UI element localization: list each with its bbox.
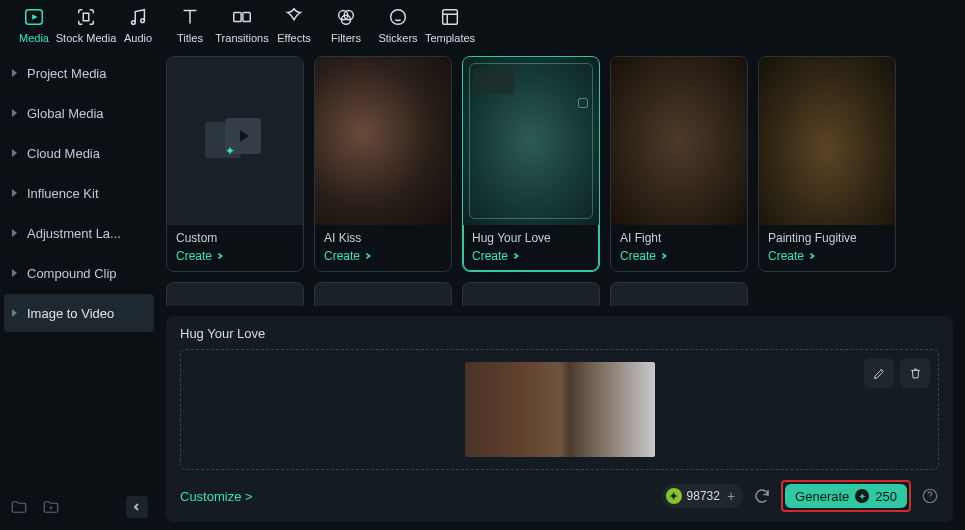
sidebar-item-label: Cloud Media: [27, 146, 100, 161]
svg-point-1: [132, 21, 136, 25]
media-icon: [23, 6, 45, 28]
card-thumbnail: [463, 57, 599, 225]
content-area: ✦ Custom Create AI Kiss Create: [160, 48, 965, 530]
sidebar-item-project-media[interactable]: Project Media: [4, 54, 154, 92]
card-ai-kiss[interactable]: AI Kiss Create: [314, 56, 452, 272]
effects-icon: [283, 6, 305, 28]
card-title: Custom: [176, 231, 294, 245]
sidebar-item-label: Compound Clip: [27, 266, 117, 281]
sidebar-item-influence-kit[interactable]: Influence Kit: [4, 174, 154, 212]
tab-label: Transitions: [215, 32, 268, 44]
card-partial[interactable]: [314, 282, 452, 306]
sidebar-item-global-media[interactable]: Global Media: [4, 94, 154, 132]
generate-button[interactable]: Generate ✦ 250: [785, 484, 907, 508]
card-create-link[interactable]: Create: [768, 249, 886, 263]
generate-highlight: Generate ✦ 250: [781, 480, 911, 512]
card-thumbnail: [611, 57, 747, 225]
svg-rect-9: [443, 10, 458, 25]
tab-label: Filters: [331, 32, 361, 44]
sidebar: Project Media Global Media Cloud Media I…: [0, 48, 160, 530]
card-create-link[interactable]: Create: [472, 249, 590, 263]
filters-icon: [335, 6, 357, 28]
card-partial[interactable]: [462, 282, 600, 306]
chevron-right-icon: [12, 109, 17, 117]
credits-pill[interactable]: ✦ 98732 +: [662, 484, 744, 508]
card-thumbnail: [759, 57, 895, 225]
new-folder-icon[interactable]: [42, 498, 60, 516]
tab-media[interactable]: Media: [8, 6, 60, 44]
svg-point-2: [141, 19, 145, 23]
generate-cost: 250: [875, 489, 897, 504]
tab-filters[interactable]: Filters: [320, 6, 372, 44]
folder-icon[interactable]: [10, 498, 28, 516]
chevron-right-icon: [12, 69, 17, 77]
top-toolbar: Media Stock Media Audio Titles Transitio…: [0, 0, 965, 48]
stickers-icon: [387, 6, 409, 28]
add-credits-icon[interactable]: +: [727, 488, 735, 504]
template-cards-row-2: [166, 282, 953, 306]
card-create-link[interactable]: Create: [324, 249, 442, 263]
tab-stickers[interactable]: Stickers: [372, 6, 424, 44]
tab-effects[interactable]: Effects: [268, 6, 320, 44]
editor-panel: Hug Your Love Customize > ✦ 98732 +: [166, 316, 953, 522]
coin-icon: ✦: [855, 489, 869, 503]
transitions-icon: [231, 6, 253, 28]
card-partial[interactable]: [610, 282, 748, 306]
svg-rect-3: [234, 12, 241, 21]
coin-icon: ✦: [666, 488, 682, 504]
tab-label: Templates: [425, 32, 475, 44]
sidebar-item-image-to-video[interactable]: Image to Video: [4, 294, 154, 332]
credits-count: 98732: [687, 489, 720, 503]
tab-audio[interactable]: Audio: [112, 6, 164, 44]
tab-transitions[interactable]: Transitions: [216, 6, 268, 44]
chevron-right-icon: [12, 189, 17, 197]
editor-title: Hug Your Love: [180, 326, 939, 341]
sparkle-icon: ✦: [225, 144, 235, 158]
stock-media-icon: [75, 6, 97, 28]
sidebar-item-adjustment-layer[interactable]: Adjustment La...: [4, 214, 154, 252]
help-button[interactable]: [921, 487, 939, 505]
tab-label: Titles: [177, 32, 203, 44]
tab-titles[interactable]: Titles: [164, 6, 216, 44]
collapse-sidebar-button[interactable]: [126, 496, 148, 518]
tab-label: Stock Media: [56, 32, 117, 44]
uploaded-image: [465, 362, 655, 457]
tab-templates[interactable]: Templates: [424, 6, 476, 44]
titles-icon: [179, 6, 201, 28]
sidebar-item-label: Influence Kit: [27, 186, 99, 201]
card-title: Painting Fugitive: [768, 231, 886, 245]
card-hug-your-love[interactable]: Hug Your Love Create: [462, 56, 600, 272]
svg-point-8: [391, 10, 406, 25]
card-custom[interactable]: ✦ Custom Create: [166, 56, 304, 272]
image-dropzone[interactable]: [180, 349, 939, 470]
svg-rect-4: [243, 12, 250, 21]
card-thumbnail: ✦: [167, 57, 303, 225]
card-painting-fugitive[interactable]: Painting Fugitive Create: [758, 56, 896, 272]
card-title: AI Kiss: [324, 231, 442, 245]
tab-label: Audio: [124, 32, 152, 44]
sidebar-item-compound-clip[interactable]: Compound Clip: [4, 254, 154, 292]
audio-icon: [127, 6, 149, 28]
chevron-right-icon: [12, 149, 17, 157]
edit-image-button[interactable]: [864, 358, 894, 388]
customize-link[interactable]: Customize >: [180, 489, 253, 504]
delete-image-button[interactable]: [900, 358, 930, 388]
sidebar-item-cloud-media[interactable]: Cloud Media: [4, 134, 154, 172]
sidebar-item-label: Image to Video: [27, 306, 114, 321]
card-create-link[interactable]: Create: [620, 249, 738, 263]
chevron-right-icon: [12, 269, 17, 277]
refresh-button[interactable]: [753, 487, 771, 505]
tab-stock-media[interactable]: Stock Media: [60, 6, 112, 44]
tab-label: Stickers: [378, 32, 417, 44]
template-cards-row: ✦ Custom Create AI Kiss Create: [166, 56, 953, 272]
card-partial[interactable]: [166, 282, 304, 306]
templates-icon: [439, 6, 461, 28]
card-create-link[interactable]: Create: [176, 249, 294, 263]
tab-label: Effects: [277, 32, 310, 44]
card-ai-fight[interactable]: AI Fight Create: [610, 56, 748, 272]
chevron-right-icon: [12, 309, 17, 317]
card-title: Hug Your Love: [472, 231, 590, 245]
card-title: AI Fight: [620, 231, 738, 245]
generate-label: Generate: [795, 489, 849, 504]
tab-label: Media: [19, 32, 49, 44]
